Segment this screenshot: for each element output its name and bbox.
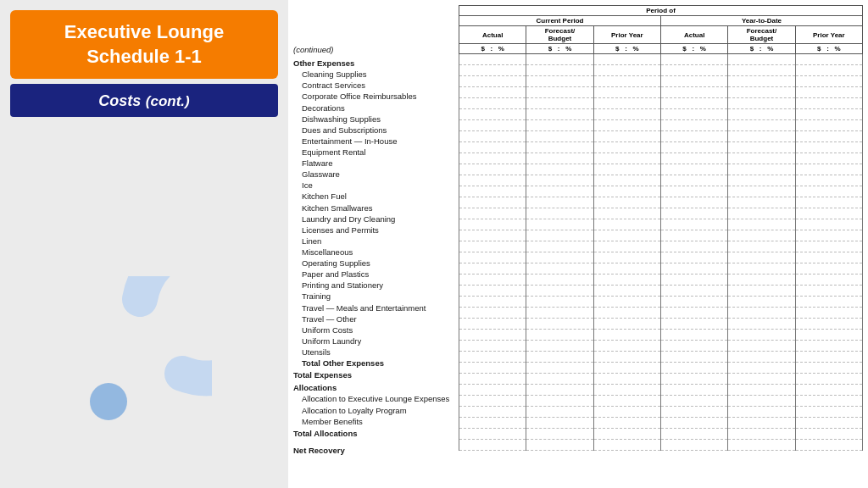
- table-row: [459, 175, 863, 186]
- table-cell: [593, 341, 660, 352]
- table-cell: [593, 352, 660, 363]
- list-item: Uniform Laundry: [293, 336, 459, 347]
- forecast-header-cp: Forecast/Budget: [526, 26, 593, 44]
- sub-section-header-row: Actual Forecast/Budget Prior Year Actual…: [459, 26, 863, 44]
- table-cell: [593, 65, 660, 76]
- table-cell: [795, 252, 862, 263]
- table-cell: [459, 197, 526, 208]
- list-item: Glassware: [293, 169, 459, 180]
- table-cell: [660, 164, 727, 175]
- table-cell: [728, 396, 795, 407]
- list-item: Miscellaneous: [293, 247, 459, 258]
- table-cell: [593, 142, 660, 153]
- subtitle-cont-text: (cont.): [146, 93, 190, 109]
- table-cell: [728, 219, 795, 230]
- table-cell: [459, 186, 526, 197]
- table-cell: [728, 374, 795, 385]
- table-cell: [526, 274, 593, 286]
- table-cell: [660, 197, 727, 208]
- table-cell: [459, 396, 526, 407]
- table-cell: [459, 407, 526, 418]
- list-item: Kitchen Fuel: [293, 191, 459, 202]
- list-item: Cleaning Supplies: [293, 69, 459, 80]
- table-row: [459, 363, 863, 374]
- table-cell: [459, 297, 526, 308]
- period-header-row: Period of: [459, 6, 863, 16]
- list-item: Total Allocations: [293, 428, 459, 439]
- table-cell: [459, 164, 526, 175]
- table-cell: [660, 263, 727, 274]
- table-cell: [795, 241, 862, 252]
- table-cell: [459, 374, 526, 385]
- cp-forecast-dollar-pct: $ : %: [526, 44, 593, 54]
- table-cell: [660, 87, 727, 98]
- table-cell: [728, 131, 795, 142]
- table-cell: [593, 76, 660, 87]
- ytd-forecast-dollar-pct: $ : %: [728, 44, 795, 54]
- cp-prior-dollar-pct: $ : %: [593, 44, 660, 54]
- table-cell: [526, 341, 593, 352]
- table-row: [459, 407, 863, 418]
- table-cell: [526, 230, 593, 241]
- table-cell: [593, 429, 660, 440]
- table-cell: [459, 175, 526, 186]
- table-cell: [526, 385, 593, 396]
- table-cell: [526, 153, 593, 164]
- table-cell: [593, 175, 660, 186]
- table-cell: [795, 197, 862, 208]
- table-cell: [660, 308, 727, 319]
- table-cell: [593, 197, 660, 208]
- table-cell: [459, 263, 526, 274]
- table-cell: [728, 186, 795, 197]
- table-cell: [728, 308, 795, 319]
- list-item: Travel — Other: [293, 313, 459, 324]
- table-cell: [660, 142, 727, 153]
- table-cell: [526, 98, 593, 109]
- table-cell: [593, 87, 660, 98]
- table-cell: [526, 197, 593, 208]
- table-cell: [459, 98, 526, 109]
- table-row: [459, 142, 863, 153]
- table-cell: [459, 87, 526, 98]
- table-cell: [660, 252, 727, 263]
- table-cell: [526, 131, 593, 142]
- table-cell: [593, 286, 660, 297]
- list-item: Entertainment — In-House: [293, 136, 459, 147]
- table-cell: [728, 208, 795, 219]
- table-cell: [728, 363, 795, 374]
- table-cell: [728, 241, 795, 252]
- list-item: Licenses and Permits: [293, 225, 459, 236]
- table-cell: [526, 252, 593, 263]
- table-cell: [795, 54, 862, 65]
- table-cell: [593, 274, 660, 286]
- table-cell: [660, 330, 727, 341]
- table-cell: [593, 263, 660, 274]
- table-cell: [526, 352, 593, 363]
- financial-table: Period of Current Period Year-to-Date Ac…: [459, 5, 863, 451]
- table-cell: [795, 407, 862, 418]
- section-header-row: Current Period Year-to-Date: [459, 16, 863, 26]
- table-cell: [459, 109, 526, 120]
- list-item: Uniform Costs: [293, 324, 459, 336]
- table-cell: [795, 76, 862, 87]
- table-cell: [459, 219, 526, 230]
- current-period-header: Current Period: [459, 16, 661, 26]
- prior-year-header-cp: Prior Year: [593, 26, 660, 44]
- table-cell: [660, 109, 727, 120]
- table-cell: [526, 142, 593, 153]
- table-cell: [728, 252, 795, 263]
- list-item: Linen: [293, 236, 459, 247]
- table-row: [459, 164, 863, 175]
- table-cell: [526, 396, 593, 407]
- table-cell: [795, 396, 862, 407]
- table-cell: [459, 319, 526, 330]
- table-cell: [660, 352, 727, 363]
- table-cell: [795, 208, 862, 219]
- list-item: Decorations: [293, 103, 459, 114]
- table-cell: [459, 65, 526, 76]
- actual-header-cp: Actual: [459, 26, 526, 44]
- table-cell: [795, 274, 862, 286]
- table-body: [459, 54, 863, 451]
- table-cell: [526, 241, 593, 252]
- actual-header-ytd: Actual: [660, 26, 727, 44]
